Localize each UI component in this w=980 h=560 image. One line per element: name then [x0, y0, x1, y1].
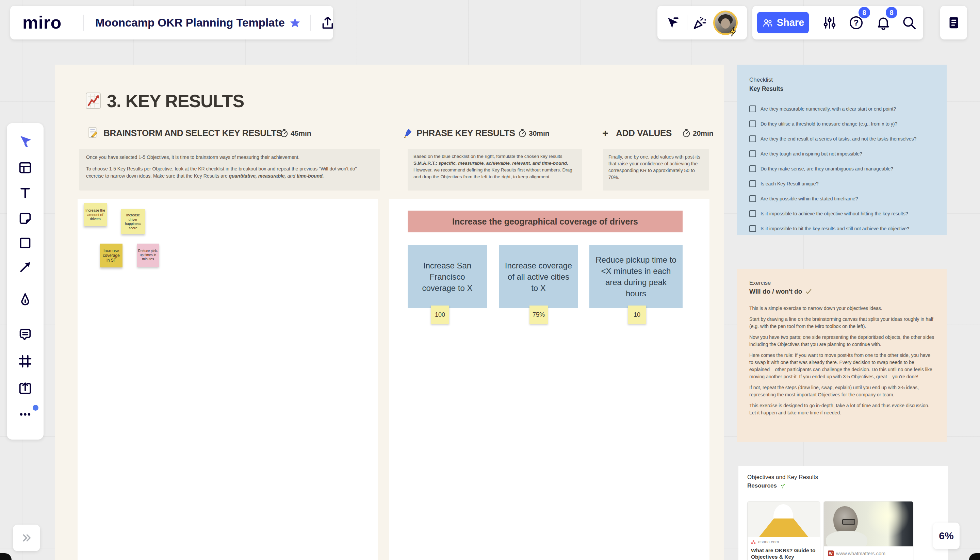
share-label: Share — [777, 17, 804, 28]
topbar-notes — [940, 6, 967, 40]
shapes-tool-icon[interactable] — [17, 235, 33, 251]
celebration-confetti-icon[interactable] — [692, 15, 708, 30]
screen-corner-left — [0, 553, 12, 560]
board-frame[interactable]: 3. KEY RESULTS BRAINSTORM AND SELECT KEY… — [55, 65, 724, 560]
checkbox[interactable] — [749, 120, 756, 127]
board-notes-icon[interactable] — [946, 15, 962, 31]
checklist-panel[interactable]: Checklist Key Results Are they measurabl… — [737, 65, 947, 235]
topbar-presence — [657, 6, 747, 40]
key-result-card[interactable]: Increase San Francisco coverage to X — [408, 245, 487, 308]
column-duration: 20min — [693, 129, 713, 137]
value-note[interactable]: 75% — [530, 305, 548, 324]
memo-icon — [88, 127, 99, 139]
topbar-actions: Share ? 8 8 — [752, 6, 923, 40]
section-heading: 3. KEY RESULTS — [107, 91, 244, 111]
board-title[interactable]: Mooncamp OKR Planning Template — [95, 16, 285, 29]
key-result-card[interactable]: Reduce pickup time to <X minutes in each… — [589, 245, 683, 308]
frame-tool-icon[interactable] — [17, 353, 33, 369]
key-result-card[interactable]: Increase coverage of all active cities t… — [499, 245, 578, 308]
checklist-item: Are they possible within the stated time… — [749, 195, 940, 202]
resources-panel[interactable]: Objectives and Key Results Resources asa… — [738, 466, 948, 560]
panel-eyebrow: Checklist — [749, 75, 940, 84]
text-tool-icon[interactable] — [17, 185, 33, 201]
resource-card-asana[interactable]: asana.com What are OKRs? Guide to Object… — [747, 501, 820, 560]
column-title-phrase: PHRASE KEY RESULTS — [417, 128, 515, 138]
stopwatch-icon — [518, 128, 527, 138]
search-icon[interactable] — [902, 15, 917, 31]
checklist-item: Is it impossible to hit the key results … — [749, 225, 940, 232]
resource-thumbnail — [748, 502, 820, 537]
topbar-left: miro Mooncamp OKR Planning Template — [10, 6, 333, 40]
more-tools-notification-dot — [33, 405, 38, 411]
checkbox[interactable] — [749, 225, 756, 232]
paragraph: This is a simple exercise to narrow down… — [749, 305, 935, 312]
instructions-brainstorm: Once you have selected 1-5 Objectives, i… — [79, 149, 380, 190]
plus-prefix: + — [602, 127, 608, 139]
checkbox[interactable] — [749, 105, 756, 112]
whatmatters-logo-icon: W — [828, 550, 834, 556]
panel-title: Key Results — [749, 84, 940, 93]
objective-banner[interactable]: Increase the geographical coverage of dr… — [408, 211, 683, 232]
checkbox[interactable] — [749, 180, 756, 187]
panel-eyebrow: Objectives and Key Results — [747, 473, 818, 482]
checklist-item: Are they tough and inspiring but not imp… — [749, 150, 940, 157]
comment-tool-icon[interactable] — [17, 327, 33, 343]
stopwatch-icon — [682, 128, 691, 138]
checkbox[interactable] — [749, 165, 756, 172]
paragraph: Here comes the rule: If you want to move… — [749, 352, 935, 380]
zoom-level-button[interactable]: 6% — [933, 523, 960, 549]
checkbox[interactable] — [749, 195, 756, 202]
resource-card-whatmatters[interactable]: W www.whatmatters.com — [823, 501, 913, 560]
follow-cursor-icon[interactable] — [665, 15, 680, 30]
pen-emoji-icon — [403, 127, 413, 139]
instructions-add-values: Finally, one by one, add values with pos… — [603, 149, 709, 190]
column-title-add-values: ADD VALUES — [616, 128, 672, 138]
exercise-panel[interactable]: Exercise Will do / won't do This is a si… — [737, 269, 947, 442]
value-note[interactable]: 100 — [431, 305, 449, 324]
check-mark-icon — [805, 288, 812, 295]
checkbox[interactable] — [749, 135, 756, 142]
sticky-note-tool-icon[interactable] — [17, 211, 33, 226]
checklist-item: Are they measurable numerically, with a … — [749, 105, 940, 112]
sticky-note[interactable]: Reduce pick-up times in minutes — [137, 243, 159, 267]
resource-source: www.whatmatters.com — [836, 551, 885, 556]
export-upload-icon[interactable] — [320, 15, 335, 31]
brainstorm-canvas[interactable] — [78, 199, 378, 560]
value-note[interactable]: 10 — [628, 305, 646, 324]
miro-board-app: 3. KEY RESULTS BRAINSTORM AND SELECT KEY… — [0, 0, 980, 560]
sticky-note[interactable]: Increase driver happiness score — [121, 209, 145, 234]
paragraph: To choose 1-5 Key Results per Objective,… — [86, 165, 373, 180]
select-tool-icon[interactable] — [17, 134, 33, 149]
checkbox[interactable] — [749, 150, 756, 157]
resource-thumbnail — [824, 502, 913, 547]
paragraph: Now you have two parts; one side represe… — [749, 334, 935, 348]
sticky-note[interactable]: Increase coverage in SF — [100, 243, 122, 267]
more-tools-icon[interactable] — [17, 407, 33, 422]
panel-title: Will do / won't do — [749, 287, 802, 296]
pen-tool-icon[interactable] — [17, 292, 33, 308]
column-duration: 45min — [291, 129, 312, 137]
checkbox[interactable] — [749, 210, 756, 217]
divider — [310, 15, 311, 31]
checklist-item: Do they make sense, are they unambiguous… — [749, 165, 940, 172]
resource-title: What are OKRs? Guide to Objectives & Key — [751, 547, 816, 560]
asana-logo-icon — [751, 540, 756, 544]
checklist-item: Are they the end result of a series of t… — [749, 135, 940, 142]
templates-tool-icon[interactable] — [17, 160, 33, 175]
lightning-badge-icon — [729, 27, 737, 37]
upload-tool-icon[interactable] — [17, 380, 33, 396]
expand-panel-button[interactable] — [13, 525, 40, 551]
stopwatch-icon — [280, 128, 288, 138]
board-settings-sliders-icon[interactable] — [822, 15, 837, 31]
svg-text:?: ? — [854, 18, 859, 27]
checklist-items: Are they measurable numerically, with a … — [749, 105, 940, 232]
sticky-note[interactable]: Increase the amount of drivers — [84, 203, 107, 226]
paragraph: Start by drawing a line on the brainstor… — [749, 316, 935, 330]
share-button[interactable]: Share — [757, 12, 809, 33]
miro-logo[interactable]: miro — [22, 13, 62, 32]
arrow-tool-icon[interactable] — [17, 259, 33, 275]
divider — [83, 15, 84, 31]
instructions-phrase: Based on the blue checklist on the right… — [408, 149, 582, 190]
favorite-star-icon[interactable] — [289, 17, 301, 28]
chart-increasing-icon — [85, 92, 102, 110]
